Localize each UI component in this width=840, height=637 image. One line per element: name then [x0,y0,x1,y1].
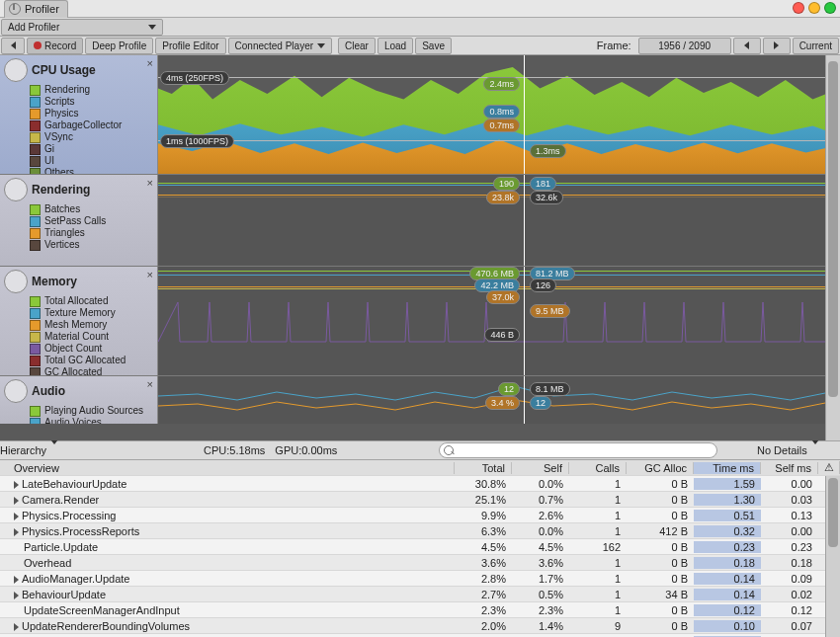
expand-icon[interactable] [14,592,19,599]
module-cpu-sidebar[interactable]: × CPU Usage RenderingScriptsPhysicsGarba… [0,55,158,174]
legend-item[interactable]: Batches [30,203,153,215]
close-icon[interactable]: × [147,269,153,280]
deep-profile-button[interactable]: Deep Profile [85,38,153,54]
playhead[interactable] [524,175,525,266]
details-dropdown[interactable]: No Details [757,444,840,456]
col-selfms[interactable]: Self ms [761,462,818,474]
row-name: LateBehaviourUpdate [22,478,126,490]
scrollbar-thumb[interactable] [828,478,838,547]
legend-item[interactable]: UI [30,155,153,167]
hierarchy-dropdown[interactable]: Hierarchy [0,444,85,456]
profiler-tab[interactable]: Profiler [4,0,68,18]
col-warn-icon[interactable]: ⚠ [818,461,840,474]
cpu-icon [4,58,28,82]
table-header[interactable]: Overview Total Self Calls GC Alloc Time … [0,460,840,476]
close-icon[interactable]: × [147,378,153,390]
expand-icon[interactable] [14,528,19,536]
rend-mark-b2: 32.6k [530,191,563,204]
audio-graph[interactable]: 12 3.4 % 8.1 MB 12 [158,376,840,424]
row-name: Particle.Update [24,541,98,553]
minimize-icon[interactable] [808,2,820,14]
legend-item[interactable]: SetPass Calls [30,215,153,227]
legend-item[interactable]: Triangles [30,227,153,239]
playhead[interactable] [524,55,525,174]
legend-item[interactable]: Scripts [30,96,153,108]
table-row[interactable]: UpdateScreenManagerAndInput2.3%2.3%10 B0… [0,602,840,618]
table-scrollbar[interactable] [825,476,840,637]
legend-label: Vertices [44,239,80,251]
col-calls[interactable]: Calls [569,462,627,474]
legend-item[interactable]: Rendering [30,84,153,96]
module-rendering-sidebar[interactable]: × Rendering BatchesSetPass CallsTriangle… [0,175,158,266]
table-row[interactable]: AudioManager.Update2.8%1.7%10 B0.140.09 [0,571,840,587]
close-icon[interactable]: × [147,57,153,69]
add-profiler-label: Add Profiler [8,22,59,33]
playhead[interactable] [524,376,525,424]
clear-button[interactable]: Clear [338,38,376,54]
frame-next-button[interactable] [763,38,791,54]
legend-swatch [30,132,41,143]
table-row[interactable]: Camera.Render25.1%0.7%10 B1.300.03 [0,492,840,508]
expand-icon[interactable] [14,513,19,520]
legend-item[interactable]: Audio Voices [30,417,153,424]
close-icon[interactable] [793,2,804,14]
legend-item[interactable]: Total GC Allocated [30,355,153,366]
legend-item[interactable]: Vertices [30,239,153,251]
legend-item[interactable]: Mesh Memory [30,319,153,331]
hierarchy-table: Overview Total Self Calls GC Alloc Time … [0,460,840,637]
expand-icon[interactable] [14,481,19,489]
rendering-graph[interactable]: 190 181 23.8k 32.6k [158,175,840,266]
col-total[interactable]: Total [455,462,512,474]
playhead[interactable] [524,267,525,375]
table-row[interactable]: Physics.ProcessReports6.3%0.0%1412 B0.32… [0,523,840,539]
legend-item[interactable]: VSync [30,131,153,143]
connected-player-dropdown[interactable]: Connected Player [228,38,333,54]
legend-item[interactable]: Playing Audio Sources [30,405,153,417]
legend-label: Physics [44,108,78,119]
col-self[interactable]: Self [512,462,569,474]
add-profiler-dropdown[interactable]: Add Profiler [1,19,163,36]
table-row[interactable]: Particle.Update4.5%4.5%1620 B0.230.23 [0,539,840,555]
history-back-button[interactable] [1,38,25,54]
col-overview[interactable]: Overview [0,462,455,474]
frame-prev-button[interactable] [733,38,761,54]
legend-item[interactable]: Object Count [30,343,153,355]
table-row[interactable]: Overhead3.6%3.6%10 B0.180.18 [0,555,840,571]
legend-label: SetPass Calls [44,215,106,227]
table-row[interactable]: Physics.Processing9.9%2.6%10 B0.510.13 [0,508,840,523]
table-row[interactable]: BehaviourUpdate2.7%0.5%134 B0.140.02 [0,587,840,602]
legend-item[interactable]: Material Count [30,331,153,343]
legend-item[interactable]: Total Allocated [30,295,153,307]
expand-icon[interactable] [14,623,19,631]
table-row[interactable]: LateBehaviourUpdate30.8%0.0%10 B1.590.00 [0,476,840,492]
expand-icon[interactable] [14,576,19,584]
legend-item[interactable]: Texture Memory [30,307,153,319]
cpu-graph[interactable]: 4ms (250FPS) 1ms (1000FPS) 2.4ms 0.8ms 0… [158,55,840,174]
scrollbar-thumb[interactable] [828,61,838,397]
module-memory-sidebar[interactable]: × Memory Total AllocatedTexture MemoryMe… [0,267,158,375]
profile-editor-button[interactable]: Profile Editor [155,38,225,54]
row-name: AudioManager.Update [22,573,129,585]
current-button[interactable]: Current [793,38,839,54]
save-button[interactable]: Save [415,38,452,54]
legend-item[interactable]: Physics [30,108,153,119]
table-row[interactable]: UpdateRendererBoundingVolumes2.0%1.4%90 … [0,618,840,634]
module-audio-sidebar[interactable]: × Audio Playing Audio SourcesAudio Voice… [0,376,158,424]
record-button[interactable]: Record [27,38,83,54]
frame-counter[interactable]: 1956 / 2090 [638,38,731,54]
modules-scrollbar[interactable] [825,55,840,440]
col-gcalloc[interactable]: GC Alloc [627,462,694,474]
legend-item[interactable]: GarbageCollector [30,119,153,131]
legend-swatch [30,240,41,251]
expand-icon[interactable] [14,497,19,505]
maximize-icon[interactable] [824,2,836,14]
close-icon[interactable]: × [147,177,153,189]
memory-graph[interactable]: 470.6 MB 42.2 MB 37.0k 81.2 MB 126 9.5 M… [158,267,840,375]
profiler-icon [9,3,21,15]
legend-item[interactable]: Gi [30,143,153,155]
col-timems[interactable]: Time ms [694,462,761,474]
chevron-down-icon [811,439,819,456]
load-button[interactable]: Load [378,38,413,54]
search-input[interactable] [439,442,717,458]
legend-swatch [30,296,41,307]
